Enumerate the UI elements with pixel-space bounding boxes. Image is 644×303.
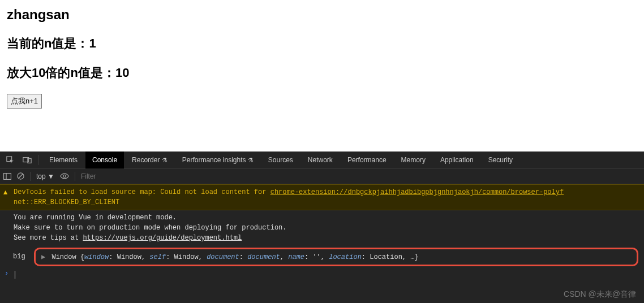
big-n-line: 放大10倍的n值是：10 [7, 64, 637, 81]
current-n-label: 当前的n值是： [7, 36, 89, 50]
filter-separator [75, 172, 75, 181]
inspect-icon[interactable] [2, 152, 18, 168]
tab-recorder[interactable]: Recorder ⚗ [125, 152, 174, 168]
live-expression-icon[interactable] [60, 173, 69, 179]
tab-sources[interactable]: Sources [261, 152, 300, 168]
increment-button[interactable]: 点我n+1 [7, 94, 42, 109]
tab-elements[interactable]: Elements [42, 152, 84, 168]
warning-link[interactable]: chrome-extension://dnbgckpjaihhjadbibgpb… [271, 188, 564, 196]
warning-icon: ▲ [3, 188, 7, 198]
svg-line-6 [19, 174, 23, 178]
watermark-text: CSDN @未来@音律 [564, 289, 636, 300]
beaker-icon: ⚗ [248, 157, 254, 163]
prompt-caret-icon: › [5, 270, 8, 278]
vue-dev-line2: Make sure to turn on production mode whe… [14, 224, 286, 232]
tab-memory[interactable]: Memory [394, 152, 432, 168]
filter-input[interactable] [81, 172, 641, 180]
console-filter-bar: top ▼ [0, 168, 644, 184]
tab-performance[interactable]: Performance [341, 152, 393, 168]
clear-console-icon[interactable] [17, 172, 24, 180]
tab-network[interactable]: Network [301, 152, 340, 168]
current-n-line: 当前的n值是：1 [7, 35, 637, 52]
devtools-panel: Elements Console Recorder ⚗ Performance … [0, 152, 644, 303]
filter-separator [30, 172, 31, 181]
tab-performance-insights[interactable]: Performance insights ⚗ [175, 152, 260, 168]
vue-dev-line1: You are running Vue in development mode. [14, 214, 177, 222]
log-label: big [13, 253, 25, 261]
warning-error-code: net::ERR_BLOCKED_BY_CLIENT [14, 198, 119, 206]
tab-security[interactable]: Security [482, 152, 520, 168]
context-selector[interactable]: top ▼ [36, 172, 54, 180]
vue-dev-line3-prefix: See more tips at [14, 234, 83, 242]
devtools-tabbar: Elements Console Recorder ⚗ Performance … [0, 152, 644, 168]
svg-rect-3 [4, 173, 11, 179]
console-warning-row: ▲ DevTools failed to load source map: Co… [0, 184, 644, 210]
beaker-icon: ⚗ [162, 157, 168, 163]
page-title: zhangsan [7, 7, 637, 23]
prompt-cursor [15, 271, 15, 279]
current-n-value: 1 [89, 36, 96, 50]
expand-arrow-icon[interactable]: ▶ [41, 253, 45, 261]
console-highlight-box: big ▶ Window {window: Window, self: Wind… [34, 248, 638, 266]
warning-text: DevTools failed to load source map: Coul… [14, 188, 271, 196]
svg-point-7 [63, 175, 66, 177]
big-n-value: 10 [115, 66, 129, 80]
object-class[interactable]: Window [51, 253, 76, 261]
page-content: zhangsan 当前的n值是：1 放大10倍的n值是：10 点我n+1 [0, 0, 644, 152]
sidebar-toggle-icon[interactable] [3, 173, 11, 180]
console-prompt[interactable]: › [0, 269, 644, 271]
big-n-label: 放大10倍的n值是： [7, 66, 115, 80]
console-output: ▲ DevTools failed to load source map: Co… [0, 184, 644, 271]
vue-dev-link[interactable]: https://vuejs.org/guide/deployment.html [83, 234, 242, 242]
tab-separator [38, 155, 39, 165]
device-toggle-icon[interactable] [19, 152, 35, 168]
tab-application[interactable]: Application [433, 152, 480, 168]
tab-console[interactable]: Console [85, 152, 124, 168]
console-info-row: You are running Vue in development mode.… [0, 210, 644, 245]
